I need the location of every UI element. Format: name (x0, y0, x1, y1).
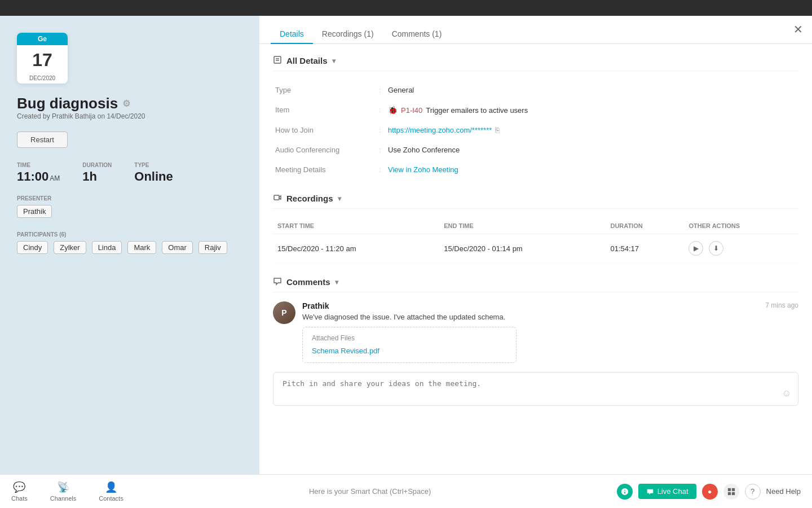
presenter-label: PRESENTER (17, 195, 242, 202)
bottom-bar: 💬Chats📡Channels👤Contacts Here is your Sm… (0, 474, 812, 508)
attached-file-link[interactable]: Schema Revised.pdf (312, 347, 379, 355)
time-value: 11:00 AM (17, 169, 60, 184)
tabs-row: DetailsRecordings (1)Comments (1) (259, 16, 812, 44)
top-bar (0, 0, 812, 16)
need-help-label[interactable]: Need Help (766, 487, 801, 496)
comment-text: We've diagnosed the issue. I've attached… (302, 313, 798, 321)
detail-value: Use Zoho Conference (386, 140, 798, 160)
recording-play-button[interactable]: ▶ (689, 241, 703, 256)
comment-input[interactable] (283, 379, 789, 396)
restart-button[interactable]: Restart (17, 132, 68, 148)
participants-row: CindyZylkerLindaMarkOmarRajiv (17, 241, 242, 256)
attached-files-label: Attached Files (312, 334, 507, 342)
detail-link[interactable]: https://meeting.zoho.com/******* (388, 126, 492, 134)
svg-rect-6 (727, 492, 730, 494)
attached-files-box: Attached FilesSchema Revised.pdf (302, 327, 517, 363)
question-icon[interactable]: ? (745, 484, 761, 500)
recordings-dropdown-icon[interactable]: ▾ (338, 195, 341, 203)
all-details-section-header: All Details ▾ (273, 55, 798, 71)
item-badge: 🐞 P1-I40 Trigger emailers to active user… (388, 106, 528, 115)
comment-input-area[interactable]: ☺ (273, 372, 798, 406)
type-block: TYPE Online (134, 162, 173, 184)
detail-row: Type:General (273, 80, 798, 100)
comment-header: Prathik7 mins ago (302, 301, 798, 310)
recordings-section-header: Recordings ▾ (273, 193, 798, 209)
participant-tag: Linda (92, 241, 122, 254)
recording-actions: ▶⬇ (684, 234, 798, 263)
channels-icon: 📡 (57, 481, 69, 493)
recordings-col-header: DURATION (606, 218, 684, 234)
green-icon[interactable] (617, 484, 633, 500)
comments-list: PPrathik7 mins agoWe've diagnosed the is… (273, 301, 798, 363)
grid-icon[interactable] (723, 484, 739, 500)
tab-details[interactable]: Details (271, 25, 313, 44)
detail-label: How to Join (273, 120, 374, 140)
tab-recordings----[interactable]: Recordings (1) (313, 25, 383, 44)
detail-link[interactable]: View in Zoho Meeting (388, 165, 458, 174)
recordings-table: START TIMEEND TIMEDURATIONOTHER ACTIONS1… (273, 218, 798, 263)
comments-heading: Comments (286, 277, 330, 287)
detail-label: Meeting Details (273, 160, 374, 179)
duration-value: 1h (82, 169, 112, 184)
tab-comments----[interactable]: Comments (1) (383, 25, 451, 44)
nav-label: Chats (11, 495, 28, 502)
all-details-dropdown-icon[interactable]: ▾ (332, 57, 336, 65)
bottom-nav-channels[interactable]: 📡Channels (50, 481, 76, 502)
bottom-right: Live Chat ● ? Need Help (617, 484, 801, 500)
chat-icon: 💬 (13, 481, 25, 493)
svg-rect-7 (731, 492, 734, 494)
duration-label: DURATION (82, 162, 112, 168)
detail-separator: : (374, 80, 386, 100)
detail-row: Audio Conferencing:Use Zoho Conference (273, 140, 798, 160)
comment-emoji-icon[interactable]: ☺ (782, 388, 791, 398)
recordings-heading: Recordings (286, 194, 333, 203)
detail-label: Item (273, 100, 374, 120)
recording-end: 15/Dec/2020 - 01:14 pm (439, 234, 606, 263)
bug-icon: 🐞 (388, 106, 398, 115)
comment-block: PPrathik7 mins agoWe've diagnosed the is… (273, 301, 798, 363)
type-label: TYPE (134, 162, 173, 168)
close-button[interactable]: ✕ (793, 23, 803, 36)
detail-row: Item:🐞 P1-I40 Trigger emailers to active… (273, 100, 798, 120)
detail-value: View in Zoho Meeting (386, 160, 798, 179)
comments-dropdown-icon[interactable]: ▾ (335, 278, 338, 286)
details-table: Type:GeneralItem:🐞 P1-I40 Trigger emaile… (273, 80, 798, 179)
item-name: Trigger emailers to active users (426, 106, 528, 115)
comment-author: Prathik (302, 301, 329, 310)
nav-label: Channels (50, 495, 76, 502)
detail-separator: : (374, 140, 386, 160)
meeting-info: Bug diagnosis ⚙ Created by Prathik Bathi… (17, 95, 242, 120)
time-label: TIME (17, 162, 60, 168)
avatar: P (273, 301, 295, 324)
right-panel: ✕ DetailsRecordings (1)Comments (1) All … (259, 16, 812, 474)
recordings-icon (273, 193, 282, 204)
settings-icon[interactable]: ⚙ (122, 98, 130, 109)
meeting-meta: Created by Prathik Bathija on 14/Dec/202… (17, 112, 242, 120)
duration-block: DURATION 1h (82, 162, 112, 184)
live-chat-button[interactable]: Live Chat (638, 484, 696, 499)
detail-separator: : (374, 120, 386, 140)
recording-download-button[interactable]: ⬇ (709, 241, 723, 256)
detail-value: 🐞 P1-I40 Trigger emailers to active user… (386, 100, 798, 120)
comments-section-header: Comments ▾ (273, 277, 798, 292)
calendar-badge-header: Ge (17, 33, 68, 45)
detail-separator: : (374, 100, 386, 120)
participants-section: PARTICIPANTS (6) CindyZylkerLindaMarkOma… (17, 231, 242, 256)
copy-icon[interactable]: ⎘ (495, 126, 500, 134)
calendar-badge: Ge 17 DEC/2020 (17, 33, 68, 84)
detail-label: Audio Conferencing (273, 140, 374, 160)
participants-label: PARTICIPANTS (6) (17, 231, 242, 238)
left-panel: Ge 17 DEC/2020 Bug diagnosis ⚙ Created b… (0, 16, 259, 474)
red-icon[interactable]: ● (702, 484, 718, 500)
bottom-nav-chats[interactable]: 💬Chats (11, 481, 28, 502)
contacts-icon: 👤 (105, 481, 117, 493)
detail-value: General (386, 80, 798, 100)
bottom-nav-contacts[interactable]: 👤Contacts (99, 481, 123, 502)
type-value: Online (134, 169, 173, 184)
detail-row: How to Join:https://meeting.zoho.com/***… (273, 120, 798, 140)
svg-rect-4 (727, 488, 730, 491)
participant-tag: Cindy (17, 241, 48, 254)
recordings-col-header: OTHER ACTIONS (684, 218, 798, 234)
recording-row: 15/Dec/2020 - 11:20 am15/Dec/2020 - 01:1… (273, 234, 798, 263)
right-content: All Details ▾ Type:GeneralItem:🐞 P1-I40 … (259, 44, 812, 474)
